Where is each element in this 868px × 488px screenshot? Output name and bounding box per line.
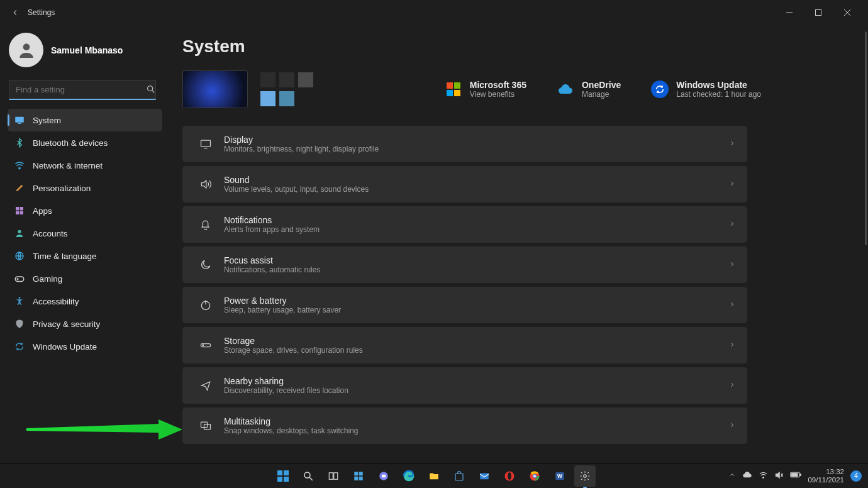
svg-rect-35 <box>354 476 358 480</box>
taskbar: W 13:32 09/11/2021 4 <box>0 463 868 488</box>
setting-item-sound[interactable]: SoundVolume levels, output, input, sound… <box>182 166 747 202</box>
sidebar-item-label: System <box>33 116 61 125</box>
sidebar-item-apps[interactable]: Apps <box>8 199 162 222</box>
close-button[interactable] <box>833 3 862 22</box>
svg-rect-12 <box>16 211 19 214</box>
sidebar-item-bluetooth[interactable]: Bluetooth & devices <box>8 131 162 154</box>
display-icon <box>194 138 218 150</box>
sidebar-item-network[interactable]: Network & internet <box>8 154 162 177</box>
sidebar-item-gaming[interactable]: Gaming <box>8 267 162 290</box>
setting-item-multitasking[interactable]: MultitaskingSnap windows, desktops, task… <box>182 408 747 444</box>
setting-item-display[interactable]: DisplayMonitors, brightness, night light… <box>182 126 747 162</box>
taskbar-store[interactable] <box>448 465 470 487</box>
paintbrush-icon <box>14 182 25 194</box>
sidebar-item-label: Apps <box>33 206 52 216</box>
power-icon <box>194 299 218 311</box>
chevron-right-icon <box>728 138 736 150</box>
svg-point-5 <box>148 86 153 91</box>
top-cards: Microsoft 365 View benefits OneDrive Man… <box>182 70 868 108</box>
taskbar-center: W <box>272 465 596 487</box>
status-windows-update[interactable]: Windows Update Last checked: 1 hour ago <box>651 80 761 99</box>
taskbar-word[interactable]: W <box>549 465 570 487</box>
share-icon <box>194 379 218 392</box>
svg-rect-8 <box>18 123 21 125</box>
scrollbar[interactable] <box>865 31 867 245</box>
setting-title: Focus assist <box>224 255 728 265</box>
setting-subtitle: Notifications, automatic rules <box>224 265 728 274</box>
taskbar-opera[interactable] <box>499 465 520 487</box>
gamepad-icon <box>14 273 25 284</box>
tray-battery-icon[interactable] <box>790 471 801 480</box>
update-icon <box>14 341 25 352</box>
sidebar-item-personalization[interactable]: Personalization <box>8 177 162 199</box>
taskbar-settings[interactable] <box>574 465 596 487</box>
svg-point-46 <box>533 475 536 477</box>
taskbar-mail[interactable] <box>474 465 495 487</box>
search-input[interactable] <box>9 80 156 100</box>
sidebar-item-accounts[interactable]: Accounts <box>8 222 162 245</box>
tray-volume-icon[interactable] <box>774 470 784 482</box>
setting-item-notifications[interactable]: NotificationsAlerts from apps and system <box>182 206 747 243</box>
status-subtitle: View benefits <box>470 90 526 99</box>
back-button[interactable] <box>6 4 24 21</box>
tray-wifi-icon[interactable] <box>759 470 768 482</box>
setting-title: Multitasking <box>224 416 728 426</box>
svg-point-9 <box>19 167 20 169</box>
system-tray: 13:32 09/11/2021 4 <box>728 468 862 484</box>
setting-title: Storage <box>224 336 728 346</box>
status-onedrive[interactable]: OneDrive Manage <box>557 80 621 99</box>
setting-title: Sound <box>224 175 728 185</box>
setting-item-nearby-sharing[interactable]: Nearby sharingDiscoverability, received … <box>182 367 747 404</box>
svg-line-30 <box>309 477 313 480</box>
sidebar-item-label: Personalization <box>33 184 91 193</box>
storage-icon <box>194 339 218 352</box>
search-icon <box>146 84 156 97</box>
person-icon <box>14 228 25 239</box>
globe-icon <box>14 250 25 262</box>
nav: System Bluetooth & devices Network & int… <box>8 109 162 358</box>
taskbar-edge[interactable] <box>398 465 420 487</box>
tray-date: 09/11/2021 <box>808 476 844 484</box>
tray-notifications[interactable]: 4 <box>850 470 862 482</box>
svg-rect-36 <box>359 476 363 480</box>
svg-point-19 <box>19 297 21 299</box>
desktop-preview[interactable] <box>182 70 248 108</box>
svg-rect-7 <box>15 117 24 123</box>
start-button[interactable] <box>272 465 294 487</box>
shield-icon <box>14 318 25 330</box>
tray-clock[interactable]: 13:32 09/11/2021 <box>808 468 844 484</box>
maximize-button[interactable] <box>804 3 833 22</box>
sidebar: Samuel Mbanaso System Bluetooth & device… <box>0 25 170 463</box>
theme-swatches[interactable] <box>260 72 313 106</box>
sidebar-item-label: Gaming <box>33 274 62 284</box>
minimize-button[interactable] <box>775 3 804 22</box>
tray-onedrive-icon[interactable] <box>742 471 752 480</box>
setting-item-focus-assist[interactable]: Focus assistNotifications, automatic rul… <box>182 247 747 283</box>
taskbar-chat[interactable] <box>373 465 394 487</box>
sidebar-item-time-language[interactable]: Time & language <box>8 245 162 267</box>
taskbar-search[interactable] <box>298 465 319 487</box>
taskbar-taskview[interactable] <box>323 465 344 487</box>
sidebar-item-system[interactable]: System <box>8 109 162 131</box>
user-block[interactable]: Samuel Mbanaso <box>8 30 162 79</box>
taskbar-chrome[interactable] <box>524 465 545 487</box>
tray-chevron-icon[interactable] <box>728 471 736 480</box>
search-box[interactable] <box>9 80 161 100</box>
svg-rect-34 <box>359 472 363 475</box>
taskbar-widgets[interactable] <box>348 465 369 487</box>
sidebar-item-label: Bluetooth & devices <box>33 138 108 148</box>
setting-item-power[interactable]: Power & batterySleep, battery usage, bat… <box>182 287 747 323</box>
sidebar-item-privacy[interactable]: Privacy & security <box>8 313 162 335</box>
svg-rect-10 <box>16 207 19 210</box>
sidebar-item-accessibility[interactable]: Accessibility <box>8 290 162 313</box>
svg-rect-41 <box>480 473 489 479</box>
apps-icon <box>14 205 25 216</box>
svg-point-14 <box>18 230 21 233</box>
status-microsoft365[interactable]: Microsoft 365 View benefits <box>445 80 526 99</box>
setting-item-storage[interactable]: StorageStorage space, drives, configurat… <box>182 327 747 363</box>
svg-text:W: W <box>557 474 562 479</box>
sidebar-item-windows-update[interactable]: Windows Update <box>8 335 162 358</box>
sidebar-item-label: Accounts <box>33 229 68 238</box>
taskbar-explorer[interactable] <box>423 465 445 487</box>
bluetooth-icon <box>14 137 25 148</box>
